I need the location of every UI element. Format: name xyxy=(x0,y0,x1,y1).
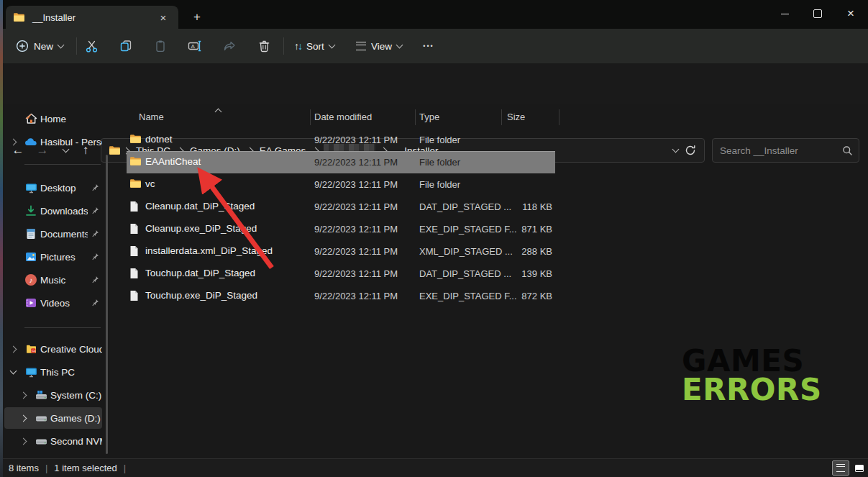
file-row-installerdata-xml[interactable]: installerdata.xml_DiP_Staged 9/22/2023 1… xyxy=(127,240,555,263)
file-row-touchup-exe[interactable]: Touchup.exe_DiP_Staged 9/22/2023 12:11 P… xyxy=(127,285,555,307)
copy-icon xyxy=(119,40,132,53)
folder-icon xyxy=(109,145,121,155)
sidebar-item-system-drive[interactable]: System (C:) xyxy=(4,384,102,406)
folder-row-vc[interactable]: vc 9/22/2023 12:11 PM File folder xyxy=(127,173,555,196)
maximize-icon xyxy=(813,9,822,18)
search-input[interactable] xyxy=(718,145,842,157)
details-view-button[interactable] xyxy=(832,460,849,476)
expand-chevron-icon[interactable] xyxy=(4,347,22,352)
selection-count: 1 item selected xyxy=(54,463,117,473)
sort-button-label: Sort xyxy=(306,41,324,52)
new-button[interactable]: New xyxy=(10,35,69,58)
trash-icon xyxy=(258,40,270,53)
this-pc-icon xyxy=(22,367,40,378)
large-icons-view-icon xyxy=(855,465,864,472)
expand-chevron-icon[interactable] xyxy=(14,439,32,444)
sidebar-item-creative-cloud[interactable]: Cc Creative Cloud F xyxy=(4,338,102,360)
file-icon xyxy=(129,201,139,212)
status-bar: 8 items | 1 item selected | xyxy=(0,458,868,477)
pin-icon xyxy=(88,230,102,238)
more-options-button[interactable]: ••• xyxy=(416,35,442,58)
sidebar-scrollbar[interactable] xyxy=(106,155,108,454)
file-row-cleanup-dat[interactable]: Cleanup.dat_DiP_Staged 9/22/2023 12:11 P… xyxy=(127,196,555,218)
creative-cloud-folder-icon: Cc xyxy=(22,344,40,355)
column-divider[interactable] xyxy=(310,109,311,125)
toolbar-divider xyxy=(283,37,284,55)
file-icon xyxy=(129,223,139,235)
explorer-tab[interactable]: __Installer × xyxy=(6,6,178,29)
pin-icon xyxy=(88,299,102,307)
sidebar-divider xyxy=(24,164,101,165)
column-header-date[interactable]: Date modified xyxy=(314,112,372,122)
expand-chevron-icon[interactable] xyxy=(14,393,32,398)
column-headers: Name Date modified Type Size xyxy=(127,107,580,127)
view-button[interactable]: View xyxy=(352,35,406,58)
sidebar-item-downloads[interactable]: Downloads xyxy=(4,200,102,222)
pin-icon xyxy=(88,206,102,215)
share-button[interactable] xyxy=(216,35,242,58)
paste-button[interactable] xyxy=(147,35,173,58)
collapse-chevron-icon[interactable] xyxy=(4,371,22,373)
column-divider[interactable] xyxy=(501,109,502,125)
sidebar-item-second-nvme[interactable]: Second NVME xyxy=(4,430,102,452)
sidebar-item-documents[interactable]: Documents xyxy=(4,223,102,245)
expand-chevron-icon[interactable] xyxy=(4,140,22,145)
status-separator: | xyxy=(45,463,47,473)
address-row: ← → ↑ This PC Games (D:) EA Games __Inst… xyxy=(0,63,868,104)
sidebar-item-desktop[interactable]: Desktop xyxy=(4,177,102,199)
sidebar-item-videos[interactable]: Videos xyxy=(4,292,102,314)
file-row-touchup-dat[interactable]: Touchup.dat_DiP_Staged 9/22/2023 12:11 P… xyxy=(127,263,555,285)
tab-close-icon[interactable]: × xyxy=(155,9,171,25)
sidebar-item-music[interactable]: ♪ Music xyxy=(4,269,102,291)
sort-button[interactable]: ↑↓ Sort xyxy=(290,35,339,58)
file-row-cleanup-exe[interactable]: Cleanup.exe_DiP_Staged 9/22/2023 12:11 P… xyxy=(127,218,555,240)
games-errors-logo: GAMES ERRORS xyxy=(682,347,822,404)
search-box[interactable] xyxy=(712,138,859,163)
pictures-icon xyxy=(22,252,40,262)
sidebar-item-pictures[interactable]: Pictures xyxy=(4,246,102,268)
cut-button[interactable] xyxy=(78,35,104,58)
minimize-button[interactable] xyxy=(774,3,795,24)
logo-line-games: GAMES xyxy=(682,347,822,376)
plus-circle-icon xyxy=(16,40,29,53)
close-button[interactable]: × xyxy=(840,3,862,24)
column-header-type[interactable]: Type xyxy=(419,112,439,122)
copy-button[interactable] xyxy=(113,35,139,58)
sidebar-item-games-drive[interactable]: Games (D:) xyxy=(4,407,102,429)
details-view-icon xyxy=(836,464,845,472)
maximize-button[interactable] xyxy=(807,3,828,24)
refresh-button[interactable] xyxy=(678,140,703,161)
folder-icon xyxy=(13,12,25,22)
column-header-size[interactable]: Size xyxy=(507,112,525,122)
folder-row-dotnet[interactable]: dotnet 9/22/2023 12:11 PM File folder xyxy=(127,129,555,151)
folder-icon xyxy=(129,156,142,166)
new-button-label: New xyxy=(34,41,53,52)
view-button-label: View xyxy=(371,41,392,52)
onedrive-cloud-icon xyxy=(22,137,40,146)
title-bar: __Installer × + × xyxy=(0,0,868,29)
column-header-name[interactable]: Name xyxy=(139,112,164,122)
videos-icon xyxy=(22,298,40,308)
pin-icon xyxy=(88,183,102,192)
sort-icon: ↑↓ xyxy=(294,40,301,52)
rename-button[interactable]: A xyxy=(182,35,208,58)
new-tab-button[interactable]: + xyxy=(188,9,206,26)
games-drive-icon xyxy=(32,413,50,423)
pin-icon xyxy=(88,253,102,261)
system-drive-icon xyxy=(32,390,50,400)
chevron-down-icon xyxy=(58,42,65,49)
sidebar-item-onedrive[interactable]: Hasibul - Persor xyxy=(4,131,102,153)
expand-chevron-icon[interactable] xyxy=(14,416,32,421)
large-icons-view-button[interactable] xyxy=(851,460,868,476)
column-divider[interactable] xyxy=(559,109,559,125)
home-icon xyxy=(22,113,40,124)
sidebar-item-this-pc[interactable]: This PC xyxy=(4,361,102,383)
folder-row-eaanticheat-selected[interactable]: EAAntiCheat 9/22/2023 12:11 PM File fold… xyxy=(127,151,555,173)
delete-button[interactable] xyxy=(251,35,277,58)
desktop-background-sliver xyxy=(0,0,3,477)
nvme-drive-icon xyxy=(32,436,50,446)
file-icon xyxy=(129,245,139,257)
column-divider[interactable] xyxy=(415,109,416,125)
downloads-icon xyxy=(22,205,40,217)
sidebar-item-home[interactable]: Home xyxy=(4,108,102,130)
